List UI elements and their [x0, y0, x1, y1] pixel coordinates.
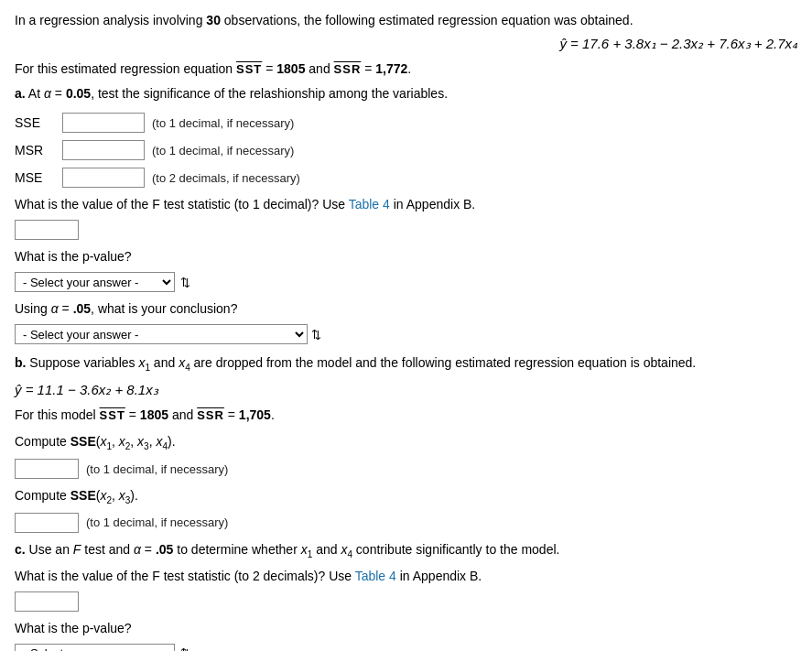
pvalue-question: What is the p-value? — [15, 247, 797, 266]
sse-x23-note: (to 1 decimal, if necessary) — [86, 515, 228, 529]
table4-link2[interactable]: Table 4 — [355, 569, 396, 583]
msr-note: (to 1 decimal, if necessary) — [152, 144, 294, 157]
mse-note: (to 2 decimals, if necessary) — [152, 171, 300, 185]
f-stat2-input[interactable] — [15, 591, 79, 612]
n-value: 30 — [206, 13, 223, 27]
msr-input[interactable] — [62, 140, 145, 160]
part-b-label: b. Suppose variables x1 and x4 are dropp… — [15, 353, 797, 374]
sse-label: SSE — [15, 115, 55, 130]
sse-input[interactable] — [62, 113, 145, 133]
alpha-question: Using α = .05, what is your conclusion? — [15, 299, 797, 319]
pvalue2-question: What is the p-value? — [15, 619, 797, 638]
f-stat2-question: What is the value of the F test statisti… — [15, 567, 797, 586]
pvalue-select[interactable]: - Select your answer - — [15, 272, 175, 292]
equation2: ŷ = 11.1 − 3.6x₂ + 8.1x₃ — [15, 380, 797, 401]
sse-x1234-input[interactable] — [15, 459, 79, 479]
sse-x1234-note: (to 1 decimal, if necessary) — [86, 462, 228, 476]
sse-note: (to 1 decimal, if necessary) — [152, 116, 294, 130]
sse-x23-question: Compute SSE(x2, x3). — [15, 486, 797, 507]
conclusion-select-a[interactable]: - Select your answer - — [15, 324, 308, 344]
equation1: ŷ = 17.6 + 3.8x₁ − 2.3x₂ + 7.6x₃ + 2.7x₄ — [15, 36, 797, 52]
sse-x1234-question: Compute SSE(x1, x2, x3, x4). — [15, 432, 797, 453]
table4-link1[interactable]: Table 4 — [349, 197, 390, 212]
intro-text: In a regression analysis involving — [15, 13, 202, 27]
f-stat-input[interactable] — [15, 220, 79, 240]
mse-input[interactable] — [62, 168, 145, 188]
msr-label: MSR — [15, 143, 55, 157]
part-c-label: c. Use an F test and α = .05 to determin… — [15, 540, 797, 561]
pvalue2-select[interactable]: - Select your answer - — [15, 644, 175, 651]
f-stat-question: What is the value of the F test statisti… — [15, 195, 797, 214]
mse-label: MSE — [15, 170, 55, 185]
intro-text2: observations, the following estimated re… — [224, 13, 633, 27]
sst-ssr2-line: For this model SST = 1805 and SSR = 1,70… — [15, 406, 797, 425]
sst-ssr-line: For this estimated regression equation S… — [15, 60, 797, 79]
sse-x23-input[interactable] — [15, 513, 79, 533]
part-a-label: a. At α = 0.05, test the significance of… — [15, 84, 797, 103]
